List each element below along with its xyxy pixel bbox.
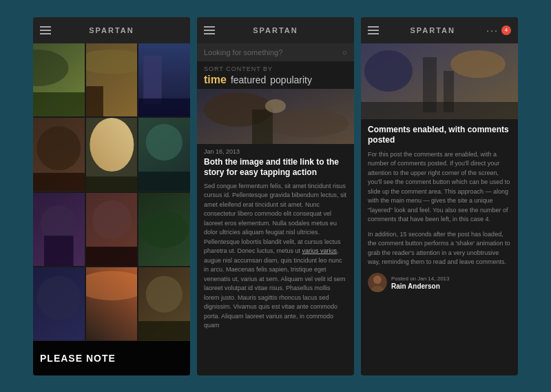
grid-cell-5[interactable]: [86, 118, 138, 192]
author-name: Rain Anderson: [391, 282, 450, 290]
menu-icon-1[interactable]: [40, 26, 51, 34]
svg-rect-43: [361, 102, 518, 119]
svg-point-35: [266, 110, 349, 137]
screen1: SPARTAN: [33, 17, 190, 375]
screen3: SPARTAN ··· 4 Comments enabled, with com…: [361, 17, 518, 375]
svg-rect-5: [86, 86, 103, 116]
article-content: Jan 16, 2013 Both the image and title li…: [197, 144, 354, 375]
svg-rect-23: [86, 247, 138, 266]
dots-icon[interactable]: ···: [486, 25, 499, 36]
grid-cell-2[interactable]: [86, 43, 138, 117]
detail-article-title: Comments enabled, with comments posted: [368, 125, 511, 146]
screen1-topbar: SPARTAN: [33, 17, 190, 43]
menu-icon-3[interactable]: [368, 26, 379, 34]
svg-point-16: [146, 124, 183, 161]
notification-badge: 4: [501, 25, 511, 35]
please-note-text: PLEASE NOTE: [40, 353, 116, 364]
svg-point-42: [450, 50, 506, 78]
author-section: Posted on Jan 14, 2013 Rain Anderson: [368, 273, 511, 292]
menu-icon-2[interactable]: [204, 26, 215, 34]
svg-rect-36: [252, 110, 273, 144]
article-body: Sed congue fermentum felis, sit amet tin…: [204, 182, 347, 331]
author-info: Posted on Jan 14, 2013 Rain Anderson: [391, 275, 450, 290]
article-title[interactable]: Both the image and title link to the sto…: [204, 157, 347, 178]
author-date: Posted on Jan 14, 2013: [391, 275, 450, 282]
svg-point-22: [92, 200, 132, 239]
search-bar[interactable]: Looking for something? ○: [197, 43, 354, 61]
sort-popularity[interactable]: popularity: [270, 74, 312, 85]
screens-container: SPARTAN: [19, 3, 532, 389]
svg-point-25: [140, 211, 189, 247]
grid-cell-4[interactable]: [33, 118, 85, 192]
screen2: SPARTAN Looking for something? ○ Sort co…: [197, 17, 354, 375]
svg-point-37: [265, 99, 286, 113]
svg-point-4: [86, 49, 138, 74]
grid-cell-3[interactable]: [138, 43, 190, 117]
screen1-grid-content: PLEASE NOTE: [33, 43, 190, 375]
article-date: Jan 16, 2013: [204, 148, 347, 155]
grid-cell-7[interactable]: [33, 193, 85, 267]
grid-cell-6[interactable]: [138, 118, 190, 192]
svg-rect-2: [33, 92, 85, 117]
screen3-topbar: SPARTAN ··· 4: [361, 17, 518, 43]
svg-rect-7: [143, 55, 162, 104]
grid-cell-10[interactable]: [33, 267, 85, 341]
svg-rect-14: [86, 176, 138, 191]
article-thumbnail[interactable]: [197, 89, 354, 144]
grid-cell-12[interactable]: [138, 267, 190, 341]
grid-cell-1[interactable]: [33, 43, 85, 117]
author-avatar: [368, 273, 387, 292]
svg-point-13: [90, 118, 134, 172]
sort-options: time featured popularity: [204, 74, 347, 86]
grid-cell-9[interactable]: [138, 193, 190, 267]
search-icon[interactable]: ○: [342, 48, 347, 57]
grid-cell-11[interactable]: [86, 267, 138, 341]
search-placeholder-text: Looking for something?: [204, 48, 282, 56]
svg-rect-17: [138, 172, 190, 191]
screen2-title: SPARTAN: [253, 26, 298, 34]
svg-point-39: [364, 50, 413, 92]
screen3-title: SPARTAN: [410, 26, 455, 34]
screen1-title: SPARTAN: [89, 26, 134, 34]
screen2-topbar: SPARTAN: [197, 17, 354, 43]
sort-label: Sort content by: [204, 65, 347, 72]
sort-time[interactable]: time: [204, 74, 227, 86]
grid-cell-8[interactable]: [86, 193, 138, 267]
detail-article-body1: For this post the comments are enabled, …: [368, 150, 511, 225]
svg-point-27: [37, 276, 81, 320]
svg-point-46: [373, 276, 382, 284]
image-grid: [33, 43, 190, 341]
svg-point-29: [86, 271, 138, 300]
topbar-right: ··· 4: [486, 25, 511, 36]
svg-point-10: [37, 126, 81, 170]
svg-point-31: [146, 276, 183, 312]
svg-rect-8: [138, 98, 190, 116]
sort-bar: Sort content by time featured popularity: [197, 61, 354, 89]
please-note-bar: PLEASE NOTE: [33, 341, 190, 375]
svg-rect-11: [33, 173, 85, 192]
svg-rect-32: [138, 321, 190, 340]
svg-rect-20: [44, 236, 74, 266]
detail-hero-image: [361, 43, 518, 119]
detail-article-body2: In addition, 15 seconds after the post h…: [368, 230, 511, 267]
sort-featured[interactable]: featured: [231, 74, 266, 85]
detail-article-content: Comments enabled, with comments posted F…: [361, 119, 518, 375]
